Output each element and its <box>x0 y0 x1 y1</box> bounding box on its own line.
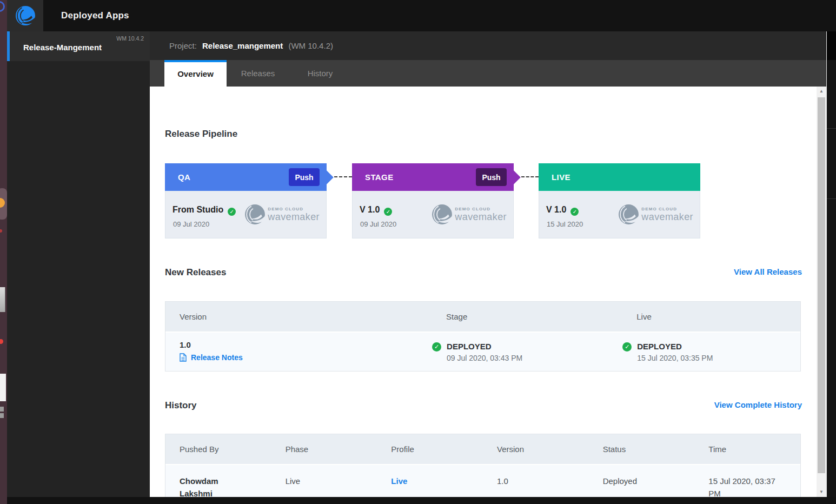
pipeline-connector <box>334 176 352 177</box>
scroll-up-icon[interactable]: ▲ <box>817 87 826 96</box>
check-icon: ✓ <box>432 342 441 352</box>
column-version: Version <box>165 312 432 321</box>
wavemaker-logo-icon <box>617 203 640 226</box>
stage-card-live: LIVE V 1.0✓ 15 Jul 2020 DEMO CLOUD wavem… <box>539 163 700 238</box>
provider-line2: wavemaker <box>268 211 320 223</box>
stage-status-cell: ✓ DEPLOYED 09 Jul 2020, 03:43 PM <box>432 333 622 371</box>
project-version: (WM 10.4.2) <box>288 41 333 50</box>
dock-fragment-icon <box>0 229 2 233</box>
release-notes-link[interactable]: Release Notes <box>180 353 427 362</box>
wavemaker-logo-icon <box>243 203 267 226</box>
tab-history[interactable]: History <box>290 60 350 87</box>
history-table: Pushed By Phase Profile Version Status T… <box>165 434 801 497</box>
stage-header-qa: QA Push <box>165 163 327 191</box>
column-live: Live <box>622 312 800 321</box>
release-notes-label: Release Notes <box>191 353 243 362</box>
column-status: Status <box>589 445 695 454</box>
new-releases-heading: New Releases <box>165 267 226 278</box>
stage-version: From Studio✓ <box>172 205 236 216</box>
stage-body: V 1.0✓ 15 Jul 2020 DEMO CLOUD wavemaker <box>539 191 700 238</box>
stage-date: 15 Jul 2020 <box>547 220 583 228</box>
stage-version: V 1.0✓ <box>360 205 392 216</box>
pushed-by-cell: Chowdam Lakshmi Ramana <box>165 465 257 497</box>
new-releases-table: Version Stage Live 1.0 Release Notes <box>165 301 801 372</box>
status-cell: Deployed <box>589 465 695 497</box>
phase-cell: Live <box>271 465 377 497</box>
provider-line2: wavemaker <box>641 211 693 223</box>
provider-line2: wavemaker <box>455 211 507 223</box>
document-icon <box>180 353 187 362</box>
project-header: Project: Release_mangement (WM 10.4.2) <box>150 31 826 60</box>
sidebar-item-release-mangement[interactable]: Release-Mangement WM 10.4.2 <box>7 31 150 61</box>
push-button-stage[interactable]: Push <box>476 168 507 186</box>
stage-date: 09 Jul 2020 <box>173 220 209 228</box>
dock-fragment-icon <box>0 407 4 412</box>
version-cell: 1.0 <box>483 465 589 497</box>
dock-fragment-icon <box>0 413 4 418</box>
stage-body: V 1.0✓ 09 Jul 2020 DEMO CLOUD wavemaker <box>352 191 514 238</box>
provider-line1: DEMO CLOUD <box>641 207 693 211</box>
check-icon: ✓ <box>384 208 392 216</box>
check-icon: ✓ <box>622 342 632 352</box>
page-title: Deployed Apps <box>61 0 129 31</box>
scroll-down-icon[interactable]: ▼ <box>817 487 826 497</box>
release-pipeline: QA Push From Studio✓ 09 Jul 2020 DEMO CL… <box>165 163 716 238</box>
stage-name: QA <box>178 163 190 191</box>
stage-time: 09 Jul 2020, 03:43 PM <box>447 354 522 362</box>
check-icon: ✓ <box>570 208 579 216</box>
stage-card-stage: STAGE Push V 1.0✓ 09 Jul 2020 DEMO CLOUD… <box>352 163 514 238</box>
column-version: Version <box>483 445 589 454</box>
provider-logo: DEMO CLOUD wavemaker <box>430 203 507 226</box>
live-status-cell: ✓ DEPLOYED 15 Jul 2020, 03:35 PM <box>622 333 800 371</box>
tab-overview[interactable]: Overview <box>164 60 227 87</box>
provider-line1: DEMO CLOUD <box>268 207 320 211</box>
deployed-apps-window: Deployed Apps Release-Mangement WM 10.4.… <box>0 0 836 504</box>
stage-date: 09 Jul 2020 <box>360 220 396 228</box>
table-row: Chowdam Lakshmi Ramana Live Live 1.0 Dep… <box>165 464 800 497</box>
version-cell: 1.0 Release Notes <box>165 333 432 371</box>
provider-line1: DEMO CLOUD <box>455 207 507 211</box>
stage-arrow-shape <box>320 170 333 184</box>
view-complete-history-link[interactable]: View Complete History <box>714 400 802 409</box>
dock-fragment-icon <box>0 1 5 12</box>
column-pushed-by: Pushed By <box>165 445 271 454</box>
scrollbar-thumb[interactable] <box>818 97 825 473</box>
stage-status: DEPLOYED <box>447 342 522 351</box>
column-profile: Profile <box>377 445 483 454</box>
push-button-qa[interactable]: Push <box>289 168 320 186</box>
pipeline-connector <box>521 176 539 177</box>
sidebar-item-version-badge: WM 10.4.2 <box>116 35 144 42</box>
dock-fragment-icon <box>0 374 6 401</box>
column-phase: Phase <box>271 445 377 454</box>
view-all-releases-link[interactable]: View All Releases <box>734 267 802 276</box>
vertical-scrollbar[interactable]: ▲ ▼ <box>817 87 826 497</box>
new-releases-table-header: Version Stage Live <box>165 302 800 331</box>
provider-logo: DEMO CLOUD wavemaker <box>243 203 320 226</box>
history-heading: History <box>165 400 197 411</box>
project-name: Release_mangement <box>202 41 283 50</box>
stage-header-stage: STAGE Push <box>352 163 514 191</box>
stage-name: STAGE <box>365 163 394 191</box>
dock-fragment-icon <box>0 287 5 312</box>
stage-body: From Studio✓ 09 Jul 2020 DEMO CLOUD wave… <box>165 191 327 238</box>
desktop-edge-strip <box>0 0 7 504</box>
tab-bar: Overview Releases History <box>150 60 826 87</box>
project-label: Project: <box>169 41 197 50</box>
stage-name: LIVE <box>552 163 570 191</box>
stage-card-qa: QA Push From Studio✓ 09 Jul 2020 DEMO CL… <box>165 163 327 238</box>
wavemaker-logo-button[interactable] <box>7 0 43 31</box>
top-bar: Deployed Apps <box>7 0 836 31</box>
version-value: 1.0 <box>180 340 427 349</box>
window-bottom-strip <box>7 497 836 504</box>
history-table-header: Pushed By Phase Profile Version Status T… <box>165 434 800 464</box>
sidebar: Release-Mangement WM 10.4.2 <box>7 31 150 497</box>
profile-live-link[interactable]: Live <box>391 476 407 486</box>
live-status: DEPLOYED <box>637 342 713 351</box>
tab-releases[interactable]: Releases <box>225 60 290 87</box>
overview-panel: Release Pipeline QA Push From Studio✓ 09… <box>150 87 817 497</box>
dock-fragment-icon <box>0 339 3 344</box>
sidebar-item-label: Release-Mangement <box>23 42 102 51</box>
column-stage: Stage <box>432 312 622 321</box>
stage-header-live: LIVE <box>539 163 700 191</box>
column-time: Time <box>694 445 800 454</box>
